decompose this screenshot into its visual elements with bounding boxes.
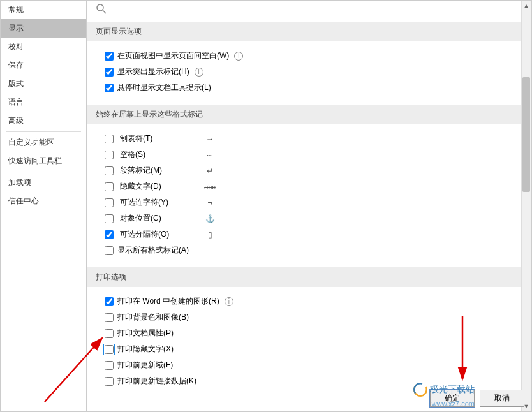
label-space-marks: 空格(S) — [120, 149, 196, 160]
checkbox-hyphens[interactable] — [105, 198, 114, 207]
option-print-drawings: 打印在 Word 中创建的图形(R) i — [105, 293, 522, 309]
checkbox-print-background[interactable] — [105, 313, 114, 322]
sidebar-item-quick-access[interactable]: 快速访问工具栏 — [1, 152, 86, 170]
options-dialog: 常规 显示 校对 保存 版式 语言 高级 自定义功能区 快速访问工具栏 加载项 … — [0, 0, 532, 412]
main-panel: 页面显示选项 在页面视图中显示页面间空白(W) i 显示突出显示标记(H) i … — [87, 1, 531, 411]
sidebar-separator — [6, 172, 81, 172]
label-breaks: 可选分隔符(O) — [120, 229, 196, 240]
option-print-hidden: 打印隐藏文字(X) — [105, 341, 522, 357]
section-body-format-marks: 制表符(T) → 空格(S) ··· 段落标记(M) ↵ 隐藏文字(D) abc… — [87, 131, 531, 267]
option-anchors: 对象位置(C) ⚓ — [105, 210, 522, 226]
checkbox-tab-marks[interactable] — [105, 135, 114, 143]
section-header-page-display: 页面显示选项 — [87, 22, 526, 41]
option-print-fields: 打印前更新域(F) — [105, 357, 522, 373]
option-space-marks: 空格(S) ··· — [105, 147, 522, 163]
checkbox-para-marks[interactable] — [105, 166, 114, 175]
search-icon — [87, 1, 531, 22]
label-print-links: 打印前更新链接数据(K) — [117, 376, 196, 386]
dialog-footer: 确定 取消 — [430, 390, 524, 407]
option-show-whitespace: 在页面视图中显示页面间空白(W) i — [105, 48, 522, 64]
svg-line-1 — [103, 10, 106, 13]
sidebar-item-customize-ribbon[interactable]: 自定义功能区 — [1, 133, 86, 152]
symbol-hyphen: ¬ — [200, 198, 219, 207]
scrollbar[interactable]: ▲ ▼ — [521, 1, 531, 411]
ok-button[interactable]: 确定 — [430, 390, 475, 407]
section-body-print: 打印在 Word 中创建的图形(R) i 打印背景色和图像(B) 打印文档属性(… — [87, 293, 531, 398]
section-header-print: 打印选项 — [87, 267, 526, 287]
label-show-highlight: 显示突出显示标记(H) — [117, 66, 189, 77]
section-header-format-marks: 始终在屏幕上显示这些格式标记 — [87, 105, 526, 124]
scrollbar-thumb[interactable] — [522, 77, 530, 192]
checkbox-print-drawings[interactable] — [105, 297, 114, 306]
symbol-hidden: abc — [200, 183, 219, 191]
option-hidden-text: 隐藏文字(D) abc — [105, 179, 522, 195]
option-breaks: 可选分隔符(O) ▯ — [105, 226, 522, 242]
label-anchors: 对象位置(C) — [120, 213, 196, 224]
checkbox-hidden-text[interactable] — [105, 182, 114, 191]
checkbox-breaks[interactable] — [105, 230, 114, 239]
label-hyphens: 可选连字符(Y) — [120, 197, 196, 208]
checkbox-print-properties[interactable] — [105, 329, 114, 338]
info-icon[interactable]: i — [225, 297, 233, 306]
checkbox-print-hidden[interactable] — [105, 345, 114, 354]
checkbox-show-tooltips[interactable] — [105, 84, 114, 92]
sidebar-item-language[interactable]: 语言 — [1, 93, 86, 112]
checkbox-print-fields[interactable] — [105, 361, 114, 370]
label-show-whitespace: 在页面视图中显示页面间空白(W) — [117, 50, 229, 61]
symbol-space: ··· — [200, 151, 219, 159]
checkbox-all-marks[interactable] — [105, 246, 114, 255]
option-hyphens: 可选连字符(Y) ¬ — [105, 195, 522, 210]
cancel-button[interactable]: 取消 — [480, 390, 524, 407]
symbol-anchor: ⚓ — [200, 214, 219, 223]
option-tab-marks: 制表符(T) → — [105, 131, 522, 147]
label-show-tooltips: 悬停时显示文档工具提示(L) — [117, 82, 211, 93]
sidebar-item-display[interactable]: 显示 — [1, 19, 86, 38]
checkbox-show-whitespace[interactable] — [105, 52, 114, 61]
info-icon[interactable]: i — [195, 68, 203, 77]
label-all-marks: 显示所有格式标记(A) — [117, 245, 189, 256]
sidebar-item-save[interactable]: 保存 — [1, 56, 86, 75]
option-print-background: 打印背景色和图像(B) — [105, 309, 522, 325]
sidebar: 常规 显示 校对 保存 版式 语言 高级 自定义功能区 快速访问工具栏 加载项 … — [1, 1, 87, 411]
label-print-background: 打印背景色和图像(B) — [117, 312, 189, 323]
section-body-page-display: 在页面视图中显示页面间空白(W) i 显示突出显示标记(H) i 悬停时显示文档… — [87, 48, 531, 105]
checkbox-space-marks[interactable] — [105, 151, 114, 159]
sidebar-item-layout[interactable]: 版式 — [1, 75, 86, 93]
option-print-properties: 打印文档属性(P) — [105, 325, 522, 341]
label-print-hidden: 打印隐藏文字(X) — [117, 344, 174, 355]
svg-point-0 — [97, 4, 103, 11]
checkbox-show-highlight[interactable] — [105, 68, 114, 77]
sidebar-item-addins[interactable]: 加载项 — [1, 173, 86, 192]
sidebar-separator — [6, 131, 81, 132]
option-all-marks: 显示所有格式标记(A) — [105, 242, 522, 258]
label-print-drawings: 打印在 Word 中创建的图形(R) — [117, 296, 219, 307]
sidebar-item-advanced[interactable]: 高级 — [1, 112, 86, 130]
checkbox-print-links[interactable] — [105, 377, 114, 386]
checkbox-anchors[interactable] — [105, 214, 114, 223]
sidebar-item-proofing[interactable]: 校对 — [1, 38, 86, 56]
info-icon[interactable]: i — [234, 52, 243, 61]
label-print-properties: 打印文档属性(P) — [117, 328, 174, 339]
label-tab-marks: 制表符(T) — [120, 133, 196, 144]
symbol-tab: → — [200, 135, 219, 143]
label-para-marks: 段落标记(M) — [120, 165, 196, 176]
scroll-up-icon[interactable]: ▲ — [521, 1, 531, 11]
label-hidden-text: 隐藏文字(D) — [120, 181, 196, 192]
option-show-tooltips: 悬停时显示文档工具提示(L) — [105, 80, 522, 96]
option-para-marks: 段落标记(M) ↵ — [105, 163, 522, 179]
symbol-para: ↵ — [200, 166, 219, 175]
option-show-highlight: 显示突出显示标记(H) i — [105, 64, 522, 80]
symbol-break: ▯ — [200, 230, 219, 239]
sidebar-item-general[interactable]: 常规 — [1, 1, 86, 19]
sidebar-item-trust-center[interactable]: 信任中心 — [1, 192, 86, 210]
label-print-fields: 打印前更新域(F) — [117, 360, 173, 371]
option-print-links: 打印前更新链接数据(K) — [105, 373, 522, 389]
